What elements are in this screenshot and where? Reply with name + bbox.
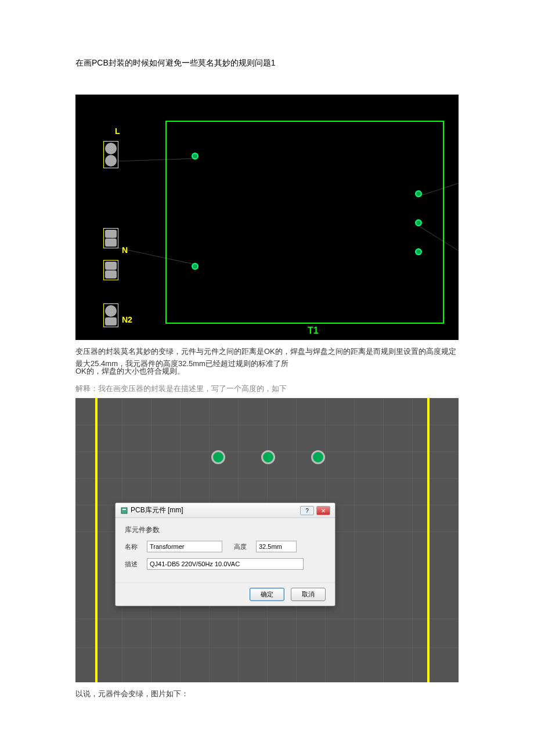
footprint-pad <box>211 450 225 464</box>
grid-line <box>412 398 413 682</box>
footprint-pad <box>261 450 275 464</box>
footprint-pad <box>311 450 325 464</box>
name-input[interactable] <box>147 541 222 552</box>
board-outline-left <box>95 398 98 682</box>
green-pad <box>415 248 422 255</box>
pad-label-N: N <box>122 245 128 255</box>
ok-button[interactable]: 确定 <box>250 588 284 601</box>
pcb-view-dialog: /* simple static */ <box>75 398 459 682</box>
help-button[interactable]: ? <box>300 506 314 515</box>
svg-rect-0 <box>121 508 127 513</box>
pad-label-L: L <box>115 126 120 136</box>
pcb-lib-component-dialog: PCB库元件 [mm] ? ✕ 库元件参数 名称 高度 描述 <box>115 502 335 606</box>
dialog-titlebar[interactable]: PCB库元件 [mm] ? ✕ <box>116 503 335 518</box>
t1-designator: T1 <box>308 325 319 336</box>
page-title: 在画PCB封装的时候如何避免一些莫名其妙的规则问题1 <box>75 58 459 68</box>
pcb-view-top: L N N2 T1 <box>75 95 459 340</box>
section-label: 库元件参数 <box>125 525 326 535</box>
body-paragraph-2: 解释：我在画变压器的封装是在描述里，写了一个高度的，如下 <box>75 383 459 395</box>
body-paragraph-3: 以说，元器件会变绿，图片如下： <box>75 688 459 700</box>
app-icon <box>120 507 128 515</box>
desc-input[interactable] <box>147 558 304 570</box>
pad-N2 <box>103 303 118 327</box>
close-button[interactable]: ✕ <box>316 506 330 515</box>
grid-line <box>354 398 355 682</box>
grid-line <box>383 398 384 682</box>
green-pad <box>192 263 199 270</box>
svg-rect-1 <box>122 509 126 510</box>
dialog-title-text: PCB库元件 [mm] <box>131 505 183 515</box>
pad-label-N2: N2 <box>122 315 132 324</box>
pad-N-2 <box>103 260 118 280</box>
cancel-button[interactable]: 取消 <box>291 588 326 601</box>
height-label: 高度 <box>234 542 251 551</box>
name-label: 名称 <box>125 542 142 551</box>
height-input[interactable] <box>256 541 297 552</box>
transformer-outline <box>165 121 444 324</box>
pad-L <box>103 141 118 168</box>
pad-N <box>103 228 118 248</box>
desc-label: 描述 <box>125 560 142 569</box>
board-outline-right <box>427 398 430 682</box>
